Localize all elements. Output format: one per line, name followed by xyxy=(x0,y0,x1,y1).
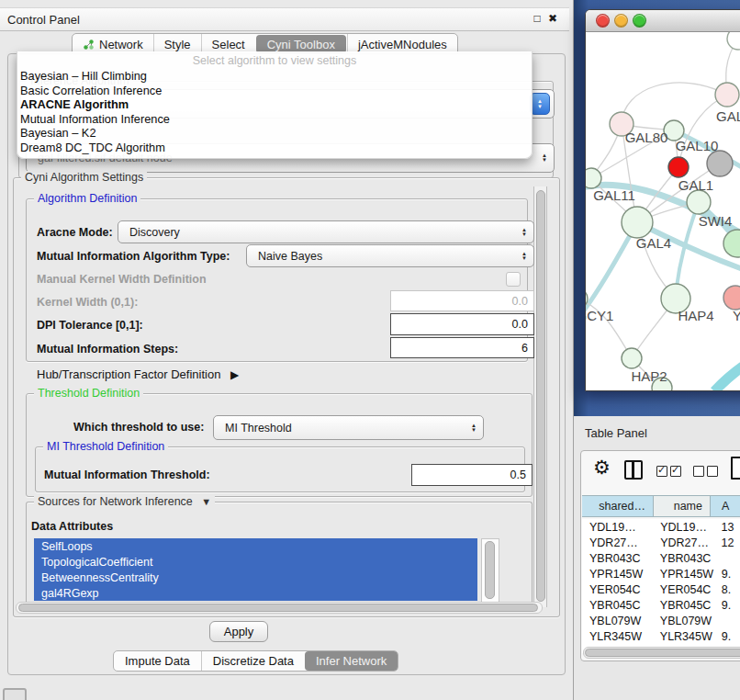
attributes-scrollbar[interactable] xyxy=(481,538,499,603)
settings-vertical-scrollbar[interactable] xyxy=(533,186,547,607)
table-row[interactable]: YBR043CYBR043C xyxy=(582,550,740,566)
show-columns-icon[interactable] xyxy=(624,460,643,480)
table-cell[interactable]: YDL19… xyxy=(582,521,653,534)
table-cell[interactable]: YDL19… xyxy=(653,521,709,534)
column-header-shared[interactable]: shared… xyxy=(582,495,654,517)
mi-steps-field[interactable]: 6 xyxy=(390,337,534,358)
checkbox-unchecked-icon[interactable] xyxy=(707,466,718,477)
tab-discretize-data[interactable]: Discretize Data xyxy=(201,651,305,671)
minimized-panel-icon[interactable] xyxy=(3,688,27,700)
table-cell[interactable]: 9. xyxy=(710,630,740,643)
table-cell[interactable]: YBR045C xyxy=(582,599,653,612)
gear-icon[interactable]: ⚙ xyxy=(593,457,611,479)
close-panel-icon[interactable]: ✖ xyxy=(545,7,560,29)
table-cell[interactable]: YLR345W xyxy=(653,630,710,643)
manual-kernel-checkbox[interactable] xyxy=(506,272,521,287)
sources-group-title[interactable]: Sources for Network Inference ▼ xyxy=(34,495,215,508)
network-node-GAL11[interactable] xyxy=(586,168,601,188)
tab-infer-network[interactable]: Infer Network xyxy=(305,651,398,671)
combo-stepper-icon[interactable] xyxy=(530,93,550,115)
tab-impute-data[interactable]: Impute Data xyxy=(114,651,201,671)
table-cell[interactable]: 12 xyxy=(710,536,740,549)
table-row[interactable]: YDR27…YDR27…12 xyxy=(582,535,740,550)
attribute-list-item[interactable]: TopologicalCoefficient xyxy=(34,554,477,570)
network-node-GAL1[interactable] xyxy=(687,190,711,214)
which-threshold-combo[interactable]: MI Threshold xyxy=(213,415,484,440)
network-node-GAL4[interactable] xyxy=(622,207,653,238)
apply-button[interactable]: Apply xyxy=(209,621,268,642)
checkbox-checked-icon[interactable] xyxy=(656,466,667,477)
column-header-name[interactable]: name xyxy=(654,495,711,517)
table-row[interactable]: YER054CYER054C8. xyxy=(582,581,740,597)
network-node-node-top-partial[interactable] xyxy=(727,32,740,50)
column-header-partial[interactable]: A xyxy=(711,495,740,517)
attribute-list-item[interactable]: BetweennessCentrality xyxy=(34,570,477,585)
network-node-node-salmon[interactable] xyxy=(723,286,740,310)
table-cell[interactable]: YBL079W xyxy=(653,615,710,627)
dropdown-item[interactable]: ARACNE Algorithm xyxy=(17,97,532,112)
network-canvas[interactable]: GALGAL80GAL10GAL1GAL11SWI4GAL4GCY1HAP4YH… xyxy=(586,32,740,390)
table-cell[interactable]: YLR345W xyxy=(582,630,653,643)
table-cell[interactable]: YER054C xyxy=(582,583,653,596)
scrollbar-thumb[interactable] xyxy=(585,649,740,657)
table-rows[interactable]: YDL19…YDL19…13YDR27…YDR27…12YBR043CYBR04… xyxy=(582,519,740,653)
table-cell[interactable]: YER054C xyxy=(653,583,710,596)
zoom-window-icon[interactable] xyxy=(633,14,646,28)
network-node-node-gray[interactable] xyxy=(707,151,733,176)
network-window-titlebar[interactable] xyxy=(586,10,740,32)
table-cell[interactable]: 8. xyxy=(710,583,740,596)
tab-cyni-toolbox[interactable]: Cyni Toolbox xyxy=(256,35,346,53)
float-panel-icon[interactable]: □ xyxy=(530,7,544,29)
dpi-tolerance-field[interactable]: 0.0 xyxy=(390,313,534,335)
data-attributes-list[interactable]: SelfLoopsTopologicalCoefficientBetweenne… xyxy=(34,538,477,601)
network-node-node-green-right[interactable] xyxy=(723,230,740,257)
table-cell[interactable]: YBR045C xyxy=(653,599,710,612)
network-node-node-red[interactable] xyxy=(668,157,689,177)
table-cell[interactable]: 9. xyxy=(710,568,740,581)
table-cell[interactable]: YBR043C xyxy=(582,552,653,565)
network-window[interactable]: GALGAL80GAL10GAL1GAL11SWI4GAL4GCY1HAP4YH… xyxy=(585,9,740,391)
table-row[interactable]: YLR345WYLR345W9. xyxy=(582,628,740,644)
table-cell[interactable]: YDR27… xyxy=(653,536,709,549)
table-row[interactable]: YPR145WYPR145W9. xyxy=(582,566,740,581)
table-cell[interactable]: YPR145W xyxy=(582,568,653,581)
mi-type-combo[interactable]: Naive Bayes xyxy=(246,244,534,267)
dropdown-item[interactable]: Basic Correlation Inference xyxy=(17,84,532,98)
network-node-node-gal-right[interactable] xyxy=(715,83,739,107)
table-row[interactable]: YDL19…YDL19…13 xyxy=(582,519,740,535)
hub-definition-toggle[interactable]: Hub/Transcription Factor Definition ▶ xyxy=(37,367,239,381)
table-cell[interactable]: 9. xyxy=(710,599,740,612)
attribute-list-item[interactable]: SelfLoops xyxy=(34,538,477,554)
dropdown-item[interactable]: Dream8 DC_TDC Algorithm xyxy=(17,141,532,155)
table-cell[interactable]: 13 xyxy=(710,521,740,534)
table-cell[interactable]: YBR043C xyxy=(653,552,710,565)
table-cell[interactable]: YBL079W xyxy=(582,615,653,627)
close-window-icon[interactable] xyxy=(596,14,610,28)
dropdown-item[interactable]: Mutual Information Inference xyxy=(17,112,532,127)
dropdown-item[interactable]: Bayesian – K2 xyxy=(17,126,532,141)
network-edge[interactable] xyxy=(714,348,740,390)
kernel-width-field[interactable]: 0.0 xyxy=(390,290,534,311)
scrollbar-thumb[interactable] xyxy=(485,541,495,599)
checkbox-unchecked-icon[interactable] xyxy=(693,466,704,477)
attribute-list-item[interactable]: gal4RGexp xyxy=(34,585,477,601)
collapse-down-icon[interactable]: ▼ xyxy=(201,496,211,507)
minimize-window-icon[interactable] xyxy=(614,14,628,28)
network-edge[interactable] xyxy=(622,83,727,124)
network-node-HAP2[interactable] xyxy=(622,348,642,368)
settings-horizontal-scrollbar[interactable] xyxy=(16,602,543,614)
dropdown-item[interactable]: Bayesian – Hill Climbing xyxy=(17,69,532,84)
expand-right-icon[interactable]: ▶ xyxy=(230,368,239,381)
table-cell[interactable]: YDR27… xyxy=(582,536,653,549)
table-row[interactable]: YBL079WYBL079W xyxy=(582,613,740,628)
document-icon[interactable] xyxy=(731,457,740,480)
table-cell[interactable]: YPR145W xyxy=(653,568,710,581)
table-horizontal-scrollbar[interactable] xyxy=(583,647,740,659)
scrollbar-thumb[interactable] xyxy=(536,190,545,602)
aracne-mode-combo[interactable]: Discovery xyxy=(118,220,534,243)
checkbox-checked-icon[interactable] xyxy=(670,466,681,477)
table-row[interactable]: YBR045CYBR045C9. xyxy=(582,597,740,613)
mi-threshold-field[interactable]: 0.5 xyxy=(411,464,533,486)
network-graph[interactable]: GALGAL80GAL10GAL1GAL11SWI4GAL4GCY1HAP4YH… xyxy=(586,32,740,390)
scrollbar-thumb[interactable] xyxy=(18,604,538,612)
